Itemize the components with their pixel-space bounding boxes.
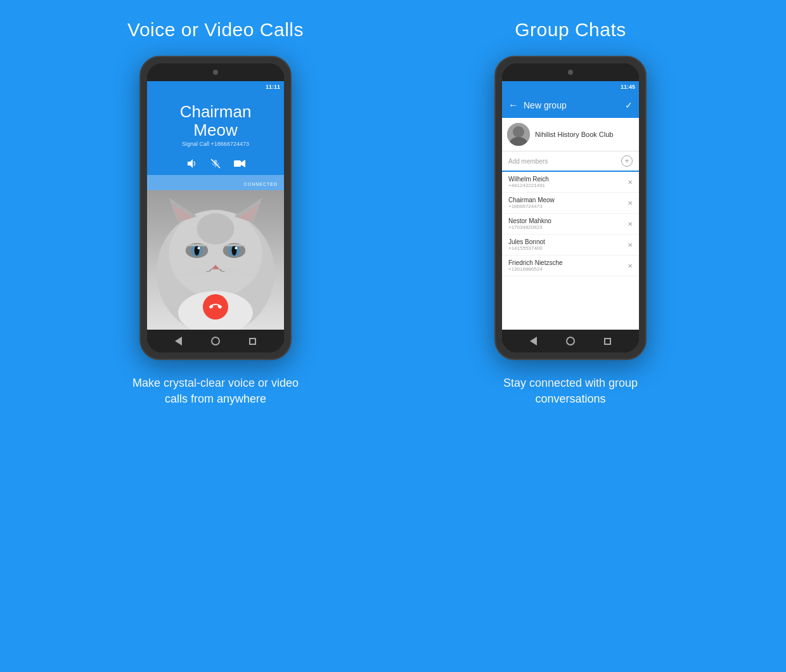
call-controls	[147, 152, 284, 175]
member-row-0: Wilhelm Reich +441242221491 ✕	[502, 172, 639, 193]
member-info-0: Wilhelm Reich +441242221491	[508, 176, 628, 188]
mute-icon[interactable]	[208, 156, 223, 171]
member-phone-3: +14155537400	[508, 245, 628, 251]
right-column: Group Chats 11:45	[393, 19, 748, 360]
back-arrow[interactable]: ←	[508, 100, 519, 111]
group-toolbar: ← New group ✓	[502, 93, 639, 118]
remove-member-2[interactable]: ✕	[628, 221, 633, 228]
recents-button-2[interactable]	[603, 336, 613, 346]
speaker-icon[interactable]	[184, 156, 199, 171]
status-time-1: 11:11	[266, 84, 280, 90]
group-avatar	[507, 123, 530, 146]
phone-1-inner: 11:11 Chairman Meow Signal Call +1866672…	[147, 63, 284, 352]
right-bottom-text: Stay connected with group conversations	[482, 375, 659, 407]
group-avatar-img	[507, 123, 530, 146]
member-name-2: Nestor Mahkno	[508, 217, 628, 224]
member-info-1: Chairman Meow +18666724473	[508, 197, 628, 209]
phone-2-inner: 11:45 ← New group ✓	[502, 63, 639, 352]
caller-name: Chairman Meow	[157, 103, 274, 139]
home-button-1[interactable]	[210, 336, 221, 346]
left-bottom-text: Make crystal-clear voice or video calls …	[127, 375, 304, 407]
svg-point-19	[198, 247, 200, 249]
back-button-1[interactable]	[173, 336, 183, 346]
phone-2: 11:45 ← New group ✓	[494, 56, 647, 360]
member-info-3: Jules Bonnot +14155537400	[508, 238, 628, 251]
connected-bar: CONNECTED	[147, 175, 284, 190]
remove-member-3[interactable]: ✕	[628, 242, 633, 249]
svg-point-20	[235, 247, 237, 249]
left-column: Voice or Video Calls 11:11	[38, 19, 393, 360]
call-info: Signal Call +18666724473	[157, 141, 274, 147]
recents-button-1[interactable]	[248, 336, 258, 346]
call-header: Chairman Meow Signal Call +18666724473	[147, 93, 284, 152]
remove-member-1[interactable]: ✕	[628, 200, 633, 207]
add-members-row: Add members +	[502, 152, 639, 172]
cat-image	[147, 190, 284, 330]
status-bar-2: 11:45	[502, 81, 639, 93]
toolbar-title: New group	[524, 100, 620, 110]
top-section: Voice or Video Calls 11:11	[0, 19, 786, 360]
member-name-1: Chairman Meow	[508, 197, 628, 204]
member-row-3: Jules Bonnot +14155537400 ✕	[502, 235, 639, 255]
status-time-2: 11:45	[621, 84, 635, 90]
add-member-button[interactable]: +	[621, 155, 633, 167]
member-info-2: Nestor Mahkno +17034820623	[508, 217, 628, 230]
phone-1-screen: 11:11 Chairman Meow Signal Call +1866672…	[147, 81, 284, 330]
svg-rect-4	[234, 160, 241, 167]
back-button-2[interactable]	[528, 336, 538, 346]
member-row-1: Chairman Meow +18666724473 ✕	[502, 193, 639, 214]
phone-1-top-bar	[147, 63, 284, 81]
member-row-2: Nestor Mahkno +17034820623 ✕	[502, 214, 639, 235]
member-row-4: Friedrich Nietzsche +13016886524 ✕	[502, 255, 639, 276]
camera-icon	[213, 70, 218, 75]
member-phone-1: +18666724473	[508, 204, 628, 209]
right-title: Group Chats	[515, 19, 626, 41]
member-phone-4: +13016886524	[508, 266, 628, 272]
remove-member-4[interactable]: ✕	[628, 262, 633, 269]
member-name-4: Friedrich Nietzsche	[508, 259, 628, 266]
call-screen: Chairman Meow Signal Call +18666724473	[147, 93, 284, 330]
svg-marker-5	[241, 160, 245, 167]
bottom-section: Make crystal-clear voice or video calls …	[0, 360, 786, 407]
member-phone-0: +441242221491	[508, 183, 628, 188]
svg-point-30	[513, 126, 524, 138]
add-members-text: Add members	[508, 158, 621, 165]
group-chat-screen: ← New group ✓	[502, 93, 639, 330]
phone-2-top-bar	[502, 63, 639, 81]
member-info-4: Friedrich Nietzsche +13016886524	[508, 259, 628, 272]
phone-1: 11:11 Chairman Meow Signal Call +1866672…	[139, 56, 292, 360]
group-name-row: Nihilist History Book Club	[502, 118, 639, 152]
page-wrapper: Voice or Video Calls 11:11	[0, 0, 786, 672]
member-name-3: Jules Bonnot	[508, 238, 628, 245]
phone-2-screen: 11:45 ← New group ✓	[502, 81, 639, 330]
status-bar-1: 11:11	[147, 81, 284, 93]
video-icon[interactable]	[232, 156, 247, 171]
home-button-2[interactable]	[565, 336, 576, 346]
camera-icon-2	[568, 70, 573, 75]
member-phone-2: +17034820623	[508, 224, 628, 230]
end-call-button[interactable]	[203, 294, 228, 320]
left-title: Voice or Video Calls	[127, 19, 304, 41]
phone-2-bottom-bar	[502, 330, 639, 352]
phone-1-bottom-bar	[147, 330, 284, 352]
group-name-input[interactable]: Nihilist History Book Club	[535, 131, 634, 138]
connected-text: CONNECTED	[244, 182, 278, 186]
svg-point-12	[197, 213, 235, 244]
member-name-0: Wilhelm Reich	[508, 176, 628, 183]
check-icon[interactable]: ✓	[625, 100, 633, 110]
svg-marker-0	[188, 159, 193, 168]
remove-member-0[interactable]: ✕	[628, 179, 633, 186]
